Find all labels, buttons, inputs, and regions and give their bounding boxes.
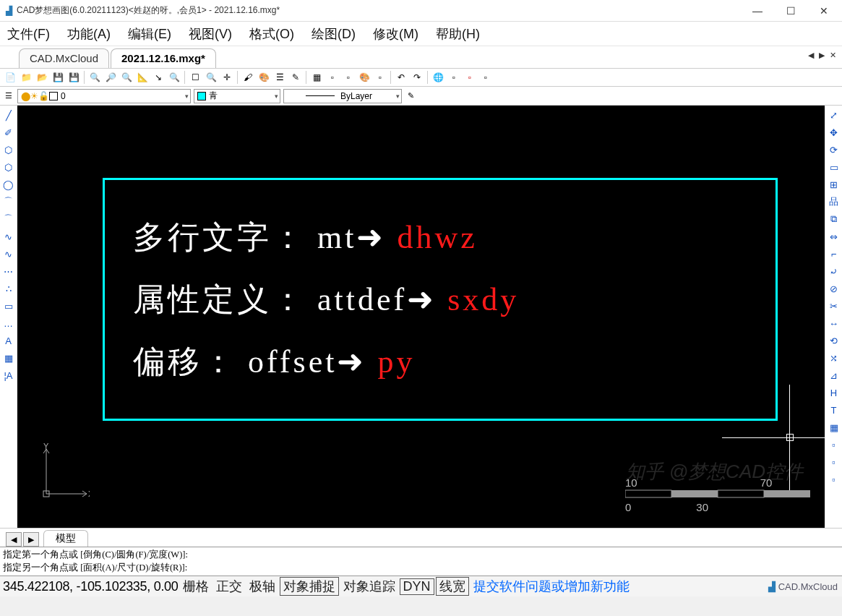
sheet-prev-button[interactable]: ◀ [6,532,22,547]
tool-icon[interactable]: ⊿ [828,369,841,382]
mode-osnap[interactable]: 对象捕捉 [280,577,339,596]
mode-otrack[interactable]: 对象追踪 [340,578,398,595]
tool-icon[interactable]: ⌒ [2,195,15,208]
tool-icon[interactable]: ▭ [828,161,841,174]
tool-icon[interactable]: ▫ [828,455,841,469]
tool-icon[interactable]: ⋯ [2,265,15,278]
mode-ortho[interactable]: 正交 [213,578,245,595]
menu-edit[interactable]: 编辑(E) [128,25,171,43]
wblock-icon[interactable]: ▫ [341,70,356,85]
maximize-button[interactable]: ☐ [774,0,807,22]
tool-icon[interactable]: ⟳ [828,143,841,156]
block-icon[interactable]: ▫ [325,70,340,85]
undo-icon[interactable]: ↶ [394,70,408,85]
close-button[interactable]: ✕ [807,0,841,22]
sheet-next-button[interactable]: ▶ [23,532,39,547]
tool-icon[interactable]: ✐ [2,126,15,139]
tool-icon[interactable]: ▫ [828,438,841,451]
tool-icon[interactable]: ⊘ [828,282,841,295]
saveas-icon[interactable]: 💾 [66,70,81,85]
tool-icon[interactable]: ⬡ [2,161,15,174]
tool-icon[interactable]: H [828,386,841,399]
menu-modify[interactable]: 修改(M) [373,25,418,43]
feedback-link[interactable]: 提交软件问题或增加新功能 [471,578,632,595]
tool-icon[interactable]: T [828,403,841,416]
tool-icon[interactable]: ▭ [2,299,15,312]
tool-icon[interactable]: ◯ [2,178,15,191]
mode-polar[interactable]: 极轴 [246,578,278,595]
tool1-icon[interactable]: 📐 [135,70,150,85]
grid-icon[interactable]: ▦ [309,70,324,85]
tool-icon[interactable]: ⇔ [828,230,841,243]
minimize-button[interactable]: — [741,0,774,22]
tool-icon[interactable]: ⟲ [828,334,841,347]
palette-icon[interactable]: 🎨 [257,70,271,85]
tool-icon[interactable]: ▦ [2,351,15,364]
globe-icon[interactable]: 🌐 [431,70,445,85]
tool-icon[interactable]: ✥ [828,126,841,139]
tool-icon[interactable]: ⤢ [828,108,841,121]
mode-lwt[interactable]: 线宽 [436,577,469,596]
menu-help[interactable]: 帮助(H) [436,25,480,43]
tool-icon[interactable]: ¦A [2,369,15,382]
layer-dropdown[interactable]: ⬤☀🔓 0 [17,89,191,103]
sep [306,71,306,84]
tool-icon[interactable]: ✂ [828,299,841,312]
tool-icon[interactable]: ⤭ [828,351,841,364]
save-icon[interactable]: 💾 [51,70,65,85]
tool2-icon[interactable]: ↘ [151,70,166,85]
tool-icon[interactable]: ▫ [828,473,841,486]
pdf-icon[interactable]: ▫ [463,70,477,85]
folder-icon[interactable]: 📁 [19,70,33,85]
tool-icon[interactable]: A [2,334,15,347]
menu-func[interactable]: 功能(A) [67,25,111,43]
linetype-dropdown[interactable]: ByLayer [283,89,402,103]
tab-nav-buttons[interactable]: ◀ ▶ ✕ [808,51,838,60]
menu-view[interactable]: 视图(V) [189,25,232,43]
brush-icon[interactable]: ✎ [405,90,416,102]
tool-icon[interactable]: ↔ [828,317,841,330]
zoom4-icon[interactable]: 🔍 [204,70,218,85]
folder2-icon[interactable]: 📂 [35,70,49,85]
tool-icon[interactable]: ⌒ [2,213,15,226]
tool-icon[interactable]: ⤾ [828,265,841,278]
tool-icon[interactable]: ⧉ [828,213,841,226]
tool-icon[interactable]: ⬡ [2,143,15,156]
menu-file[interactable]: 文件(F) [7,25,50,43]
zoomin-icon[interactable]: 🔎 [103,70,118,85]
sheet-model[interactable]: 模型 [43,530,88,547]
tool-icon[interactable]: ∿ [2,230,15,243]
layermgr-icon[interactable]: ☰ [3,90,14,102]
menu-format[interactable]: 格式(O) [249,25,294,43]
tool-icon[interactable]: … [2,317,15,330]
tool-icon[interactable]: ⊞ [828,178,841,191]
box-icon[interactable]: ☐ [188,70,202,85]
brush-icon[interactable]: 🖌 [241,70,255,85]
tool-icon[interactable]: ▦ [828,421,841,434]
tool-icon[interactable]: ∴ [2,282,15,295]
sep [237,71,238,84]
tool-icon[interactable]: ⌐ [828,247,841,260]
layers-icon[interactable]: ☰ [272,70,287,85]
mode-dyn[interactable]: DYN [400,578,434,595]
tab-cloud[interactable]: CAD.MxCloud [19,48,109,68]
new-icon[interactable]: 📄 [3,70,17,85]
export-icon[interactable]: ▫ [478,70,493,85]
zoomext-icon[interactable]: 🔍 [119,70,134,85]
drawing-canvas[interactable]: 多行文字： mt➜ dhwz 属性定义： attdef➜ sxdy 偏移： of… [17,106,825,528]
pen-icon[interactable]: ✎ [288,70,303,85]
tool-icon[interactable]: ∿ [2,247,15,260]
tool-icon[interactable]: ╱ [2,108,15,121]
zoom3-icon[interactable]: 🔍 [167,70,181,85]
color-dropdown[interactable]: 青 [194,89,280,103]
sel-icon[interactable]: ▫ [373,70,387,85]
tab-current[interactable]: 2021.12.16.mxg* [111,48,216,68]
tool-icon[interactable]: 品 [828,195,841,208]
img-icon[interactable]: ▫ [447,70,461,85]
zoom-icon[interactable]: 🔍 [87,70,102,85]
cross-icon[interactable]: ✛ [220,70,234,85]
mode-grid[interactable]: 栅格 [180,578,212,595]
menu-draw[interactable]: 绘图(D) [312,25,356,43]
redo-icon[interactable]: ↷ [410,70,424,85]
paint-icon[interactable]: 🎨 [357,70,371,85]
